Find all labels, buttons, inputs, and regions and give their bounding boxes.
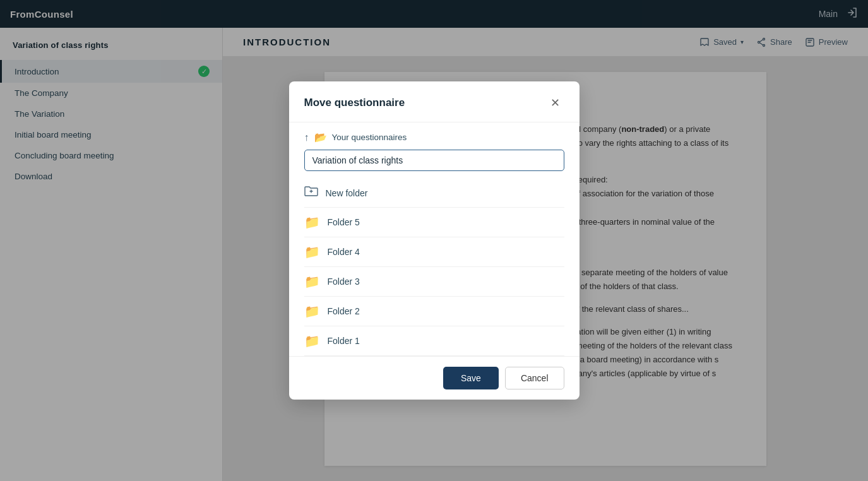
move-questionnaire-modal: Move questionnaire ✕ ↑ 📂 Your questionna… (289, 81, 580, 400)
folder-icon-1: 📁 (304, 333, 320, 348)
modal-overlay[interactable]: Move questionnaire ✕ ↑ 📂 Your questionna… (0, 0, 868, 481)
modal-footer: Save Cancel (289, 356, 580, 400)
folder-3-label: Folder 3 (328, 276, 360, 287)
new-folder-icon (304, 186, 318, 200)
close-icon: ✕ (550, 96, 560, 110)
breadcrumb-label: Your questionnaires (332, 133, 407, 142)
modal-search-container (289, 150, 580, 179)
breadcrumb-folder-icon: 📂 (314, 131, 327, 143)
cancel-button[interactable]: Cancel (505, 367, 564, 389)
folder-icon-2: 📁 (304, 304, 320, 319)
folder-5-label: Folder 5 (328, 217, 360, 227)
modal-folder-list: New folder 📁 Folder 5 📁 Folder 4 📁 Folde… (289, 179, 580, 356)
folder-item-1[interactable]: 📁 Folder 1 (304, 326, 564, 356)
folder-icon-4: 📁 (304, 244, 320, 259)
folder-item-5[interactable]: 📁 Folder 5 (304, 208, 564, 237)
folder-1-label: Folder 1 (328, 336, 360, 346)
folder-item-3[interactable]: 📁 Folder 3 (304, 267, 564, 297)
folder-item-2[interactable]: 📁 Folder 2 (304, 297, 564, 326)
folder-item-4[interactable]: 📁 Folder 4 (304, 237, 564, 267)
breadcrumb-up-arrow-icon[interactable]: ↑ (304, 132, 309, 143)
modal-close-button[interactable]: ✕ (547, 94, 564, 112)
new-folder-item[interactable]: New folder (304, 179, 564, 208)
new-folder-label: New folder (326, 188, 368, 198)
save-button[interactable]: Save (443, 367, 499, 389)
folder-2-label: Folder 2 (328, 306, 360, 316)
folder-4-label: Folder 4 (328, 247, 360, 257)
folder-icon-5: 📁 (304, 215, 320, 230)
modal-title: Move questionnaire (304, 97, 405, 109)
modal-header: Move questionnaire ✕ (289, 81, 580, 122)
questionnaire-search-input[interactable] (304, 150, 564, 171)
folder-icon-3: 📁 (304, 274, 320, 289)
modal-breadcrumb: ↑ 📂 Your questionnaires (289, 122, 580, 150)
